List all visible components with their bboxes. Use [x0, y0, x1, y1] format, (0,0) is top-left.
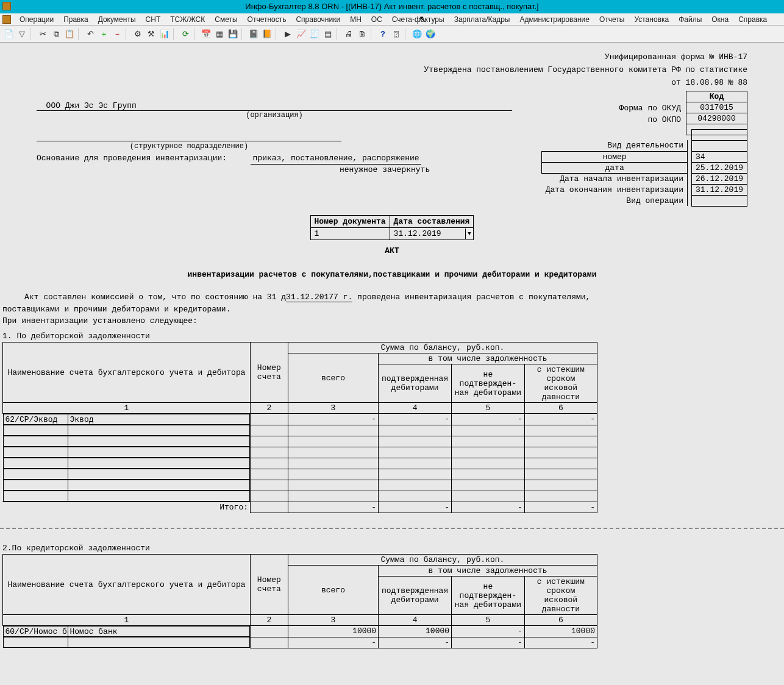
menu-icon: [2, 15, 11, 24]
menu-ТСЖ/ЖСК[interactable]: ТСЖ/ЖСК: [165, 14, 210, 25]
menu-Правка[interactable]: Правка: [59, 14, 93, 25]
config2-icon[interactable]: ⚒: [145, 28, 157, 40]
th-name: Наименование счета бухгалтерского учета …: [3, 342, 251, 403]
save-icon[interactable]: 💾: [227, 28, 239, 40]
document-area: Унифицированная форма № ИНВ-17 Утвержден…: [0, 43, 784, 673]
table-row[interactable]: [3, 458, 597, 469]
remove-icon[interactable]: －: [111, 28, 123, 40]
preview-icon[interactable]: 🗎: [356, 28, 368, 40]
code-header: Код: [686, 91, 747, 102]
th-balance: Сумма по балансу, руб.коп.: [288, 342, 597, 353]
copy-icon[interactable]: ⧉: [50, 28, 62, 40]
globe-icon[interactable]: 🌐: [411, 28, 423, 40]
menu-СНТ[interactable]: СНТ: [141, 14, 166, 25]
activity-label: Вид деятельности: [542, 140, 688, 151]
print-icon[interactable]: 🖨: [343, 28, 355, 40]
menu-Отчеты[interactable]: Отчеты: [594, 14, 629, 25]
paste-icon[interactable]: 📋: [63, 28, 76, 40]
menu-Администрирование[interactable]: Администрирование: [515, 14, 594, 25]
menu-Отчетность[interactable]: Отчетность: [243, 14, 291, 25]
add-icon[interactable]: ＋: [98, 28, 110, 40]
asof-date[interactable]: 31.12.20177 г.: [286, 293, 352, 302]
strike-note: ненужное зачеркнуть: [37, 164, 538, 176]
start-value[interactable]: 26.12.2019: [691, 174, 747, 185]
run-icon[interactable]: ▶: [282, 28, 294, 40]
table-row[interactable]: [3, 425, 597, 436]
table-row[interactable]: [3, 447, 597, 458]
meta-label-table: Вид деятельности номер дата Дата начала …: [541, 129, 688, 206]
colnum-4: 4: [379, 403, 452, 414]
menu-Документы[interactable]: Документы: [93, 14, 141, 25]
table-icon[interactable]: ▦: [213, 28, 226, 40]
oper-value[interactable]: [691, 196, 747, 207]
date-dropdown-icon[interactable]: ▼: [465, 229, 472, 239]
config1-icon[interactable]: ⚙: [132, 28, 144, 40]
creditor-table: Наименование счета бухгалтерского учета …: [2, 554, 597, 648]
sheet-icon[interactable]: 🧾: [308, 28, 321, 40]
menu-Файлы[interactable]: Файлы: [674, 14, 707, 25]
menu-Сметы[interactable]: Сметы: [210, 14, 242, 25]
menu-Счета-фактуры[interactable]: Счета-фактуры: [387, 14, 449, 25]
date-value[interactable]: 25.12.2019: [691, 163, 747, 174]
form-approved: Утверждена постановлением Государственно…: [37, 65, 747, 74]
deb-total-c3: -: [288, 502, 378, 513]
web-icon[interactable]: 🌍: [424, 28, 437, 40]
th-total: всего: [288, 353, 378, 403]
filter-icon[interactable]: ▽: [16, 28, 28, 40]
basis-label: Основание для проведения инвентаризации:: [37, 154, 227, 163]
context-help-icon[interactable]: ⍰: [390, 28, 402, 40]
activity-value[interactable]: [691, 141, 747, 152]
menu-Установка[interactable]: Установка: [629, 14, 674, 25]
date-label: дата: [542, 162, 688, 173]
itogo-label: Итого:: [3, 502, 251, 513]
table-row[interactable]: [3, 480, 597, 491]
book-icon[interactable]: 📙: [261, 28, 273, 40]
docnum-value[interactable]: 1: [310, 228, 390, 240]
menu-Зарплата/Кадры[interactable]: Зарплата/Кадры: [449, 14, 515, 25]
okpo-label: по ОКПО: [37, 114, 681, 126]
menu-Операции[interactable]: Операции: [15, 14, 59, 25]
cut-icon[interactable]: ✂: [37, 28, 49, 40]
deb-total-acct: [251, 502, 288, 513]
grid-icon[interactable]: ▤: [322, 28, 334, 40]
section-1-header: 1. По дебиторской задолженности: [2, 332, 782, 341]
colnum-2: 2: [251, 403, 288, 414]
toolbar: 📄 ▽ ✂ ⧉ 📋 ↶ ＋ － ⚙ ⚒ 📊 ⟳ 📅 ▦ 💾 📓 📙 ▶ 📈 🧾 …: [0, 26, 784, 43]
table-row[interactable]: ----: [3, 637, 597, 648]
end-label: Дата окончания инвентаризации: [542, 184, 688, 195]
colnum-6: 6: [524, 403, 597, 414]
docdate-value[interactable]: 31.12.2019 ▼: [390, 228, 474, 240]
journal-icon[interactable]: 📓: [248, 28, 260, 40]
table-row[interactable]: 60/СР/Номос банНомос банк 1000010000-100…: [3, 626, 597, 637]
th-expired: с истекшим срокомисковой давности: [524, 364, 597, 403]
menu-ОС[interactable]: ОС: [366, 14, 387, 25]
menu-Справочники[interactable]: Справочники: [291, 14, 345, 25]
okud-value[interactable]: 0317015: [686, 102, 747, 113]
undo-icon[interactable]: ↶: [84, 28, 96, 40]
config3-icon[interactable]: 📊: [159, 28, 171, 40]
chart-icon[interactable]: 📈: [295, 28, 307, 40]
table-row[interactable]: [3, 469, 597, 480]
table-row[interactable]: 62/СР/ЭкводЭквод ----: [3, 414, 597, 425]
form-unified: Унифицированная форма № ИНВ-17: [37, 52, 747, 62]
end-value[interactable]: 31.12.2019: [691, 185, 747, 196]
th-unconfirmed: не подтвержден-ная дебиторами: [452, 364, 525, 403]
okpo-value[interactable]: 04298000: [686, 113, 747, 124]
table-row[interactable]: [3, 436, 597, 447]
table-row[interactable]: [3, 491, 597, 502]
number-value[interactable]: 34: [691, 152, 747, 163]
start-label: Дата начала инвентаризации: [542, 173, 688, 184]
number-label: номер: [542, 151, 688, 162]
docdate-header: Дата составления: [390, 216, 474, 228]
deb-total-c4: -: [379, 502, 452, 513]
new-icon[interactable]: 📄: [2, 28, 15, 40]
help-icon[interactable]: ?: [377, 28, 389, 40]
basis-value[interactable]: приказ, постановление, распоряжение: [251, 152, 421, 165]
calendar-icon[interactable]: 📅: [200, 28, 212, 40]
org-name[interactable]: ООО Джи Эс Эс Групп: [37, 101, 512, 111]
menu-Справка[interactable]: Справка: [733, 14, 772, 25]
deb-total-c6: -: [524, 502, 597, 513]
menu-Окна[interactable]: Окна: [707, 14, 733, 25]
refresh-icon[interactable]: ⟳: [179, 28, 191, 40]
menu-МН[interactable]: МН: [345, 14, 366, 25]
